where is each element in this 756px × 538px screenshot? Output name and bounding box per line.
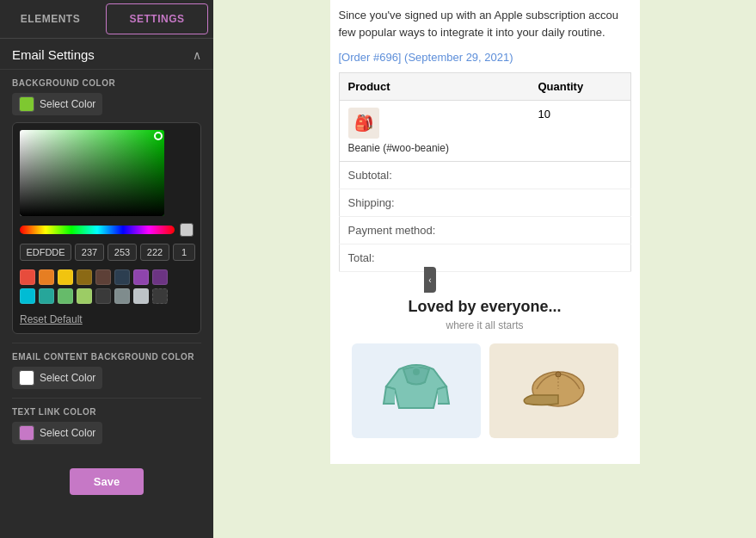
collapse-icon[interactable]: ∧ [193,48,201,62]
swatch-dark-gray[interactable] [95,288,111,304]
tab-elements[interactable]: ELEMENTS [0,0,101,38]
tab-settings[interactable]: SETTINGS [106,3,208,34]
shipping-row: Shipping: [339,189,630,217]
divider-2 [12,398,201,399]
hex-input[interactable]: #EDFDDE [20,244,71,261]
swatch-teal[interactable] [39,288,54,304]
opacity-preview [180,223,194,237]
subtotal-label: Subtotal: [339,162,529,189]
swatch-dark-navy[interactable] [114,269,130,285]
svg-point-0 [412,368,421,376]
loved-subtitle: where it all starts [339,319,631,331]
email-content-color-text: Select Color [40,372,95,384]
email-settings-header: Email Settings ∧ [0,39,213,70]
bg-color-label: BACKGROUND COLOR [12,78,201,88]
section-title: Email Settings [12,47,95,62]
blue-input[interactable]: 222 [140,244,169,261]
email-content-swatch [19,370,34,386]
text-link-color-text: Select Color [40,427,95,439]
color-picker-popup: #EDFDDE 237 253 222 1 [12,122,201,334]
left-panel: ELEMENTS SETTINGS Email Settings ∧ BACKG… [0,0,213,538]
swatch-cyan[interactable] [20,288,35,304]
cap-card [489,343,618,438]
swatch-brown[interactable] [77,269,92,285]
text-link-swatch [19,425,34,441]
swatch-row-1 [20,269,194,285]
product-cell: 🎒 Beanie (#woo-beanie) [339,101,529,162]
product-name: Beanie (#woo-beanie) [348,142,449,154]
payment-value [529,217,630,244]
payment-row: Payment method: [339,217,630,244]
green-input[interactable]: 253 [108,244,137,261]
order-link[interactable]: [Order #696] (September 29, 2021) [339,51,631,64]
select-color-button[interactable]: Select Color [12,93,102,115]
swatch-green[interactable] [58,288,73,304]
color-swatches [20,269,194,304]
select-color-text: Select Color [40,98,95,110]
subtotal-value [529,162,630,189]
swatch-row-2 [20,288,194,304]
shipping-value [529,189,630,217]
total-row: Total: [339,244,630,272]
subtotal-row: Subtotal: [339,162,630,189]
right-panel: Since you've signed up with an Apple sub… [213,0,756,538]
tab-bar: ELEMENTS SETTINGS [0,0,213,39]
save-button[interactable]: Save [70,468,144,495]
swatch-empty[interactable] [152,288,168,304]
gradient-canvas[interactable] [20,130,164,216]
order-table: Product Quantity 🎒 Beanie (#woo-beanie) … [339,72,631,272]
swatch-dark-brown[interactable] [95,269,111,285]
text-link-color-button[interactable]: Select Color [12,422,102,444]
swatch-yellow[interactable] [58,269,73,285]
email-content-bg-label: EMAIL CONTENT BACKGROUND COLOR [12,352,201,362]
hoodie-card [352,343,481,438]
alpha-input[interactable]: 1 [173,244,195,261]
hue-slider[interactable] [20,226,175,234]
swatch-red[interactable] [20,269,35,285]
quantity-cell: 10 [529,101,630,162]
swatch-dark-purple[interactable] [152,269,168,285]
collapse-handle[interactable]: ‹ [424,267,436,293]
col-quantity: Quantity [529,73,630,101]
shipping-label: Shipping: [339,189,529,217]
total-value [529,244,630,272]
collapse-handle-icon: ‹ [428,275,431,285]
table-row: 🎒 Beanie (#woo-beanie) 10 [339,101,630,162]
hue-slider-container [20,223,194,237]
product-info: 🎒 Beanie (#woo-beanie) [348,108,521,154]
hoodie-image [373,356,459,425]
swatch-light-gray[interactable] [133,288,149,304]
reset-default-button[interactable]: Reset Default [20,313,83,325]
loved-section: Loved by everyone... where it all starts [339,281,631,447]
swatch-orange[interactable] [39,269,54,285]
payment-label: Payment method: [339,217,529,244]
text-link-color-label: TEXT LINK COLOR [12,407,201,417]
right-content: Since you've signed up with an Apple sub… [330,0,640,464]
col-product: Product [339,73,529,101]
panel-content: BACKGROUND COLOR Select Color #EDFDDE 23… [0,70,213,460]
product-image: 🎒 [348,108,379,139]
loved-title: Loved by everyone... [339,298,631,316]
cap-image [511,356,597,425]
swatch-gray[interactable] [114,288,130,304]
product-cards [339,343,631,438]
intro-text: Since you've signed up with an Apple sub… [339,0,631,51]
swatch-light-green[interactable] [77,288,92,304]
red-input[interactable]: 237 [75,244,104,261]
bg-color-swatch [19,96,34,112]
email-content-color-button[interactable]: Select Color [12,367,102,389]
hex-inputs: #EDFDDE 237 253 222 1 [20,244,194,261]
swatch-purple[interactable] [133,269,149,285]
gradient-bg [20,130,164,216]
divider-1 [12,343,201,343]
